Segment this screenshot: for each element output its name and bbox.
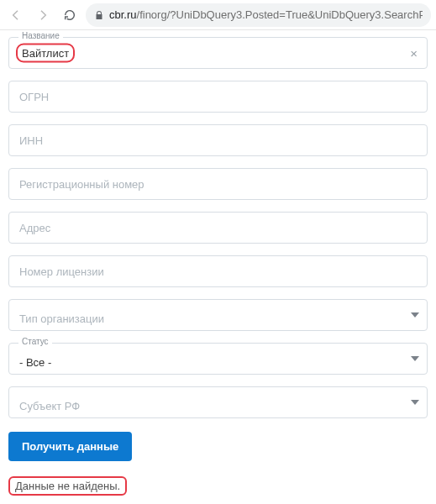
region-select[interactable]: Субъект РФ	[8, 386, 428, 418]
ogrn-input[interactable]	[8, 81, 428, 113]
orgtype-select[interactable]: Тип организации	[8, 299, 428, 331]
status-select[interactable]: - Все -	[8, 343, 428, 375]
field-ogrn	[8, 81, 428, 113]
lock-icon	[94, 10, 104, 20]
address-input[interactable]	[8, 212, 428, 244]
url-text: cbr.ru/finorg/?UniDbQuery3.Posted=True&U…	[109, 8, 423, 21]
clear-name-button[interactable]: ×	[407, 45, 421, 62]
field-inn	[8, 124, 428, 156]
reload-button[interactable]	[59, 4, 81, 26]
name-input[interactable]	[8, 37, 428, 69]
field-orgtype: Тип организации	[8, 299, 428, 331]
address-bar[interactable]: cbr.ru/finorg/?UniDbQuery3.Posted=True&U…	[86, 3, 431, 27]
browser-toolbar: cbr.ru/finorg/?UniDbQuery3.Posted=True&U…	[0, 0, 436, 30]
field-address	[8, 212, 428, 244]
submit-button[interactable]: Получить данные	[8, 432, 132, 461]
field-name-label: Название	[18, 31, 63, 41]
status-value: - Все -	[19, 356, 51, 369]
back-button[interactable]	[5, 4, 27, 26]
no-data-message: Данные не найдены.	[8, 476, 428, 496]
field-regnum	[8, 168, 428, 200]
region-placeholder: Субъект РФ	[19, 400, 80, 412]
forward-button[interactable]	[32, 4, 54, 26]
field-status: Статус - Все -	[8, 343, 428, 375]
orgtype-placeholder: Тип организации	[19, 312, 104, 325]
field-status-label: Статус	[18, 337, 52, 347]
license-input[interactable]	[8, 255, 428, 287]
search-form: Название Вайтлист × Тип организации Стат…	[0, 30, 436, 504]
inn-input[interactable]	[8, 124, 428, 156]
regnum-input[interactable]	[8, 168, 428, 200]
field-license	[8, 255, 428, 287]
field-name: Название Вайтлист ×	[8, 37, 428, 69]
field-region: Субъект РФ	[8, 386, 428, 418]
